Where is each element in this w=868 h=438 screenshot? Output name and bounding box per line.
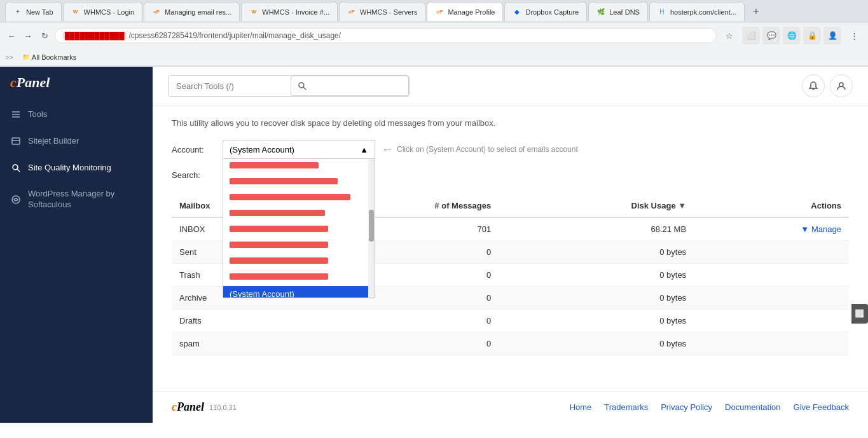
tab-whmcs-invoice-label: WHMCS - Invoice #... [262,8,329,16]
tab-new[interactable]: + New Tab [5,2,62,21]
ext-icon-2[interactable]: 💬 [762,27,780,44]
footer-link-feedback[interactable]: Give Feedback [794,402,849,412]
bookmarks-folder[interactable]: 📁 All Bookmarks [18,52,80,62]
tab-new-label: New Tab [26,8,53,16]
cell-disk-trash: 0 bytes [499,264,694,287]
manage-link-inbox[interactable]: ▼Manage [801,224,841,234]
cell-messages-spam: 0 [300,332,499,355]
svg-point-5 [13,165,18,170]
ext-icon-4[interactable]: 🔒 [803,27,821,44]
tab-whmcs-servers[interactable]: cP WHMCS - Servers [339,2,425,21]
new-tab-button[interactable]: + [748,4,764,19]
url-path: /cpsess6287285419/frontend/jupiter/mail/… [129,31,341,40]
app-layout: cPanel Tools [0,67,868,423]
tab-whmcs-servers-label: WHMCS - Servers [360,8,417,16]
account-dropdown-trigger[interactable]: (System Account) ▲ [223,140,375,158]
footer-links: Home Trademarks Privacy Policy Documenta… [570,402,849,412]
dropdown-item-system-account[interactable]: (System Account) [223,286,375,298]
tab-whmcs-login[interactable]: W WHMCS - Login [63,2,142,21]
svg-line-9 [303,87,306,90]
cell-disk-sent: 0 bytes [499,241,694,264]
back-button[interactable]: ← [5,29,18,42]
hint-text-label: Click on (System Account) to select of e… [397,145,578,154]
tab-whmcs-invoice[interactable]: W WHMCS - Invoice #... [241,2,338,21]
account-dropdown-arrow: ▲ [360,145,368,154]
content-area: This utility allows you to recover disk … [153,106,868,391]
account-selected-value: (System Account) [230,145,294,154]
ext-icon-5[interactable]: 👤 [823,27,841,44]
ext-icon-3[interactable]: 🌐 [783,27,801,44]
sidebar-wordpress-label: WordPress Manager by Softaculous [28,189,142,210]
footer-link-documentation[interactable]: Documentation [725,402,780,412]
whmcs-login-favicon: W [71,8,80,17]
search-tools-wrap [168,75,410,97]
sidebar-item-sitejet[interactable]: Sitejet Builder [0,128,153,154]
browser-toolbar: ← → ↻ ████████████ /cpsess6287285419/fro… [0,23,868,48]
tabs-bar: + New Tab W WHMCS - Login cP Managing em… [0,0,868,23]
tab-leaf-dns[interactable]: 🌿 Leaf DNS [588,2,648,21]
dropdown-item-7[interactable] [223,254,375,270]
footer-link-home[interactable]: Home [570,402,592,412]
more-menu-button[interactable]: ⋮ [845,27,863,44]
dropdown-item-6[interactable] [223,238,375,254]
svg-point-7 [12,196,20,203]
footer-logo: cPanel 110.0.31 [172,400,237,414]
user-profile-button[interactable] [830,74,853,97]
dropdown-item-2[interactable] [223,175,375,191]
tab-manage-profile-label: Manage Profile [448,8,495,16]
wordpress-icon [10,194,22,205]
extension-buttons: ⬜ 💬 🌐 🔒 👤 [742,27,841,44]
dropdown-item-4[interactable] [223,207,375,222]
col-actions: Actions [694,195,849,217]
tab-hosterpk[interactable]: H hosterpk.com/client... [649,2,745,21]
sidebar-item-tools[interactable]: Tools [0,101,153,128]
dropdown-item-8[interactable] [223,270,375,286]
url-redacted-part: ████████████ [63,32,127,39]
tab-dropbox[interactable]: ◆ Dropbox Capture [504,2,587,21]
cell-actions-spam [694,332,849,355]
search-tools-input[interactable] [169,76,291,96]
main-header [153,67,868,106]
notifications-button[interactable] [802,74,825,97]
ext-icon-1[interactable]: ⬜ [742,27,760,44]
dropdown-scrollbar-thumb [369,210,374,242]
dropdown-scrollbar[interactable] [368,159,375,298]
refresh-button[interactable]: ↻ [38,29,51,42]
tab-managing-email[interactable]: cP Managing email res... [144,2,240,21]
sidebar-logo: cPanel [0,67,153,96]
footer-link-trademarks[interactable]: Trademarks [604,402,648,412]
svg-line-6 [17,169,20,172]
search-tools-button[interactable] [291,76,409,96]
sidebar-item-wordpress[interactable]: WordPress Manager by Softaculous [0,181,153,218]
tab-manage-profile[interactable]: cP Manage Profile [427,2,503,21]
address-bar[interactable]: ████████████ /cpsess6287285419/frontend/… [55,28,717,43]
manage-profile-favicon: cP [435,8,444,17]
svg-point-10 [839,83,843,86]
table-row: spam 0 0 bytes [172,332,849,355]
dropdown-item-1[interactable] [223,159,375,175]
cell-actions-trash [694,264,849,287]
cell-actions-sent [694,241,849,264]
dropdown-item-5[interactable] [223,222,375,238]
cell-disk-archive: 0 bytes [499,287,694,310]
account-label: Account: [172,145,216,154]
svg-rect-3 [12,138,20,144]
sitequality-icon [10,162,22,174]
cell-mailbox-spam: spam [172,332,300,355]
forward-button[interactable]: → [22,29,34,42]
bookmark-star-button[interactable]: ☆ [720,27,738,44]
account-dropdown-list: (System Account) [223,158,375,298]
sidebar-item-sitequality[interactable]: Site Quality Monitoring [0,154,153,181]
header-icon-group [802,74,853,97]
col-disk-usage[interactable]: Disk Usage ▼ [499,195,694,217]
footer-logo-text: cPanel [172,400,204,414]
feedback-tab-icon: ⬜ [855,309,864,318]
managing-email-favicon: cP [152,8,161,17]
cell-disk-drafts: 0 bytes [499,310,694,332]
footer-link-privacy[interactable]: Privacy Policy [661,402,712,412]
dropdown-item-3[interactable] [223,191,375,207]
account-hint: ← Click on (System Account) to select of… [382,143,578,156]
tab-leaf-dns-label: Leaf DNS [609,8,640,16]
sort-icon: ▼ [678,201,686,210]
feedback-side-tab[interactable]: ⬜ [851,304,868,324]
